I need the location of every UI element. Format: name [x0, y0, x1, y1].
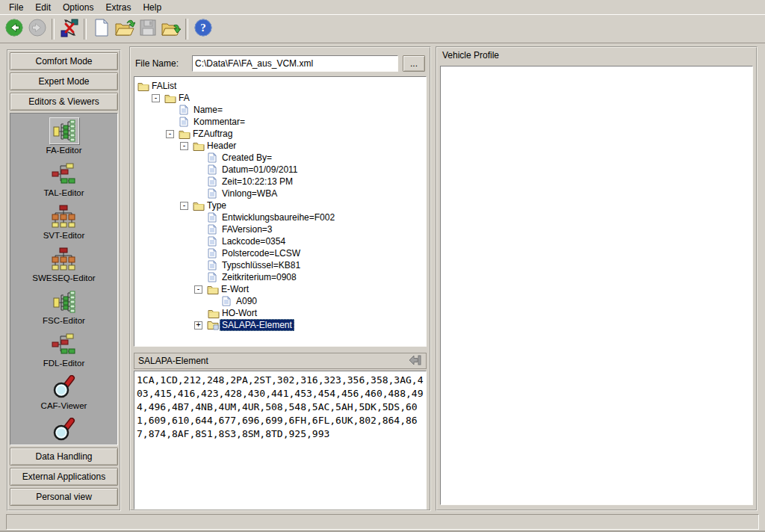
tree-node[interactable]: Lackcode=0354: [134, 235, 426, 247]
tree-label: Zeitkriterium=0908: [220, 272, 298, 282]
disconnect-button[interactable]: [58, 17, 81, 40]
expand-icon[interactable]: +: [194, 321, 202, 330]
sidebar-item-caf-viewer[interactable]: CAF-Viewer: [41, 374, 87, 410]
editor-label: FA-Editor: [46, 146, 82, 155]
magnifier-icon: [50, 417, 78, 442]
menu-edit[interactable]: Edit: [29, 1, 57, 14]
tree-node[interactable]: + SALAPA-Element: [134, 319, 426, 331]
tree-label: Zeit=10:22:13 PM: [220, 176, 294, 187]
menu-file[interactable]: File: [3, 1, 29, 14]
tree-label: HO-Wort: [220, 308, 258, 318]
sidebar-item-fdl-editor[interactable]: FDL-Editor: [43, 332, 85, 368]
status-bar: [6, 514, 759, 530]
tal-tree-icon: [49, 332, 78, 357]
toolbar-separator: [185, 19, 188, 40]
folder-icon: [207, 320, 220, 330]
sidebar-button-personal-view[interactable]: Personal view: [10, 488, 118, 506]
tree-node[interactable]: HO-Wort: [134, 307, 426, 319]
document-icon: [208, 188, 220, 199]
browse-button[interactable]: ...: [403, 55, 425, 72]
collapse-icon[interactable]: -: [194, 285, 202, 294]
toolbar: ?: [0, 14, 765, 43]
button-label: Data Handling: [35, 451, 92, 462]
disconnect-icon: [60, 18, 79, 40]
salapa-text[interactable]: 1CA,1CD,212,248,2PA,2ST,302,316,323,356,…: [134, 371, 427, 510]
tree-label: FAList: [150, 81, 178, 91]
file-name-input[interactable]: [192, 55, 398, 72]
back-button[interactable]: [2, 17, 25, 40]
apply-left-icon[interactable]: [409, 355, 422, 368]
sidebar-item-sweseq-editor[interactable]: SWESEQ-Editor: [32, 247, 95, 282]
sidebar-button-data-handling[interactable]: Data Handling: [10, 448, 118, 466]
sidebar-button-editors-viewers[interactable]: Editors & Viewers: [10, 93, 118, 111]
folder-icon: [193, 141, 205, 151]
fa-tree: FAList- FA Name= Kommentar=- FZAuftrag- …: [134, 76, 427, 347]
tree-node[interactable]: Typschlüssel=KB81: [134, 259, 426, 271]
open-file-button[interactable]: [113, 17, 136, 40]
save-button[interactable]: [136, 17, 159, 40]
menu-extras[interactable]: Extras: [99, 1, 137, 14]
tree-label: Polstercode=LCSW: [220, 248, 302, 259]
tal-tree-icon: [49, 161, 78, 187]
new-file-button[interactable]: [90, 17, 113, 40]
forward-button[interactable]: [25, 17, 49, 40]
sidebar-item-svt-editor[interactable]: SVT-Editor: [43, 204, 85, 240]
folder-icon: [164, 93, 177, 103]
collapse-icon[interactable]: -: [180, 142, 188, 150]
tree-label: E-Wort: [220, 284, 250, 294]
document-icon: [208, 272, 220, 282]
tree-node[interactable]: - FA: [134, 92, 426, 104]
tree-label: Datum=01/09/2011: [220, 164, 300, 175]
sidebar-button-external-applications[interactable]: External Applications: [10, 468, 118, 486]
tree-node[interactable]: Datum=01/09/2011: [134, 164, 426, 176]
tree-label: FZAuftrag: [191, 129, 234, 139]
salapa-title: SALAPA-Element: [138, 356, 409, 366]
read-fa-button[interactable]: [159, 17, 182, 40]
open-folder-icon: [114, 18, 135, 40]
tree-node[interactable]: FAList: [134, 80, 426, 92]
tree-label: Typschlüssel=KB81: [220, 260, 302, 270]
sidebar-button-comfort-mode[interactable]: Comfort Mode: [10, 52, 118, 70]
editor-label: SWESEQ-Editor: [32, 273, 95, 282]
tree-node[interactable]: Created By=: [134, 152, 426, 164]
sidebar-item-tal-editor[interactable]: TAL-Editor: [43, 161, 84, 197]
button-label: ...: [410, 58, 418, 69]
document-icon: [208, 176, 220, 187]
tree-node[interactable]: - E-Wort: [134, 283, 426, 295]
collapse-icon[interactable]: -: [180, 202, 188, 210]
sidebar-item-log-viewer[interactable]: Log-Viewer: [43, 417, 86, 445]
menu-options[interactable]: Options: [57, 1, 99, 14]
fa-tree-icon: [50, 289, 78, 315]
editor-label: SVT-Editor: [43, 231, 85, 240]
forward-icon: [28, 18, 47, 40]
collapse-icon[interactable]: -: [152, 94, 160, 102]
sidebar-item-fsc-editor[interactable]: FSC-Editor: [43, 289, 85, 325]
tree-node[interactable]: Zeit=10:22:13 PM: [134, 176, 426, 188]
collapse-icon[interactable]: -: [166, 130, 174, 138]
tree-node[interactable]: - Header: [134, 140, 426, 152]
tree-node[interactable]: - FZAuftrag: [134, 128, 426, 140]
sidebar-item-fa-editor[interactable]: FA-Editor: [46, 117, 82, 155]
vehicle-profile-title: Vehicle Profile: [437, 48, 756, 64]
help-button[interactable]: ?: [191, 17, 214, 40]
tree-label: Name=: [192, 105, 224, 115]
back-icon: [4, 18, 24, 40]
fa-tree-icon: [49, 117, 79, 144]
tree-node[interactable]: Polstercode=LCSW: [134, 247, 426, 259]
tree-label: Entwicklungsbaureihe=F002: [220, 212, 336, 223]
sidebar-button-expert-mode[interactable]: Expert Mode: [10, 72, 118, 90]
tree-node[interactable]: FAVersion=3: [134, 223, 426, 235]
tree-node[interactable]: Kommentar=: [134, 116, 426, 128]
tree-label: Lackcode=0354: [220, 236, 287, 247]
button-label: Personal view: [36, 492, 92, 502]
document-icon: [179, 117, 192, 127]
menu-help[interactable]: Help: [137, 1, 167, 14]
tree-node[interactable]: A090: [134, 295, 426, 307]
svg-text:?: ?: [200, 22, 206, 34]
tree-node[interactable]: Name=: [134, 104, 426, 116]
tree-node[interactable]: Zeitkriterium=0908: [134, 271, 426, 283]
document-icon: [208, 236, 220, 247]
tree-node[interactable]: Vinlong=WBA: [134, 188, 426, 200]
tree-node[interactable]: Entwicklungsbaureihe=F002: [134, 211, 426, 223]
tree-node[interactable]: - Type: [134, 200, 426, 211]
